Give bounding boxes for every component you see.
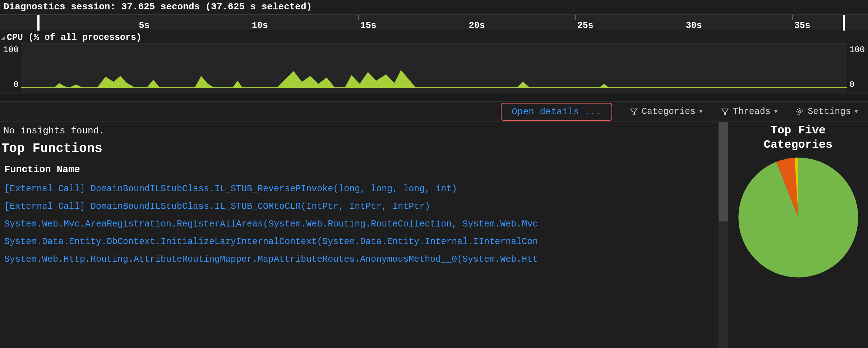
scrollbar-thumb[interactable] bbox=[719, 122, 728, 221]
timeline-tick: 5s bbox=[139, 20, 150, 31]
toolbar: Open details ... Categories ▼ Threads ▼ … bbox=[0, 102, 868, 122]
swimlane-divider bbox=[0, 93, 868, 102]
cpu-graph[interactable] bbox=[21, 44, 847, 93]
chevron-down-icon: ▼ bbox=[854, 109, 858, 115]
open-details-button[interactable]: Open details ... bbox=[501, 103, 612, 121]
timeline-tick: 15s bbox=[360, 20, 377, 31]
no-insights-message: No insights found. bbox=[1, 124, 728, 138]
timeline-tick: 30s bbox=[686, 20, 702, 31]
categories-label: Categories bbox=[642, 106, 696, 117]
cpu-axis-left: 100 0 bbox=[0, 43, 20, 93]
funnel-icon bbox=[721, 107, 729, 116]
threads-dropdown[interactable]: Threads ▼ bbox=[717, 105, 781, 118]
cpu-section-title[interactable]: ◢ CPU (% of all processors) bbox=[0, 30, 868, 43]
pie-title-line1: Top Five bbox=[771, 124, 826, 137]
pie-title-line2: Categories bbox=[763, 138, 832, 151]
range-start-marker[interactable] bbox=[37, 15, 40, 31]
axis-max: 100 bbox=[1, 45, 19, 55]
cpu-axis-right: 100 0 bbox=[848, 43, 868, 93]
categories-dropdown[interactable]: Categories ▼ bbox=[626, 105, 706, 118]
timeline-ruler[interactable]: 5s 10s 15s 20s 25s 30s 35s bbox=[0, 14, 868, 30]
cpu-title-text: CPU (% of all processors) bbox=[7, 32, 142, 43]
pie-svg bbox=[737, 156, 859, 279]
funnel-icon bbox=[629, 107, 638, 116]
settings-label: Settings bbox=[808, 106, 851, 117]
pie-chart-title: Top Five Categories bbox=[760, 123, 836, 156]
timeline-tick: 10s bbox=[252, 20, 268, 31]
axis-min: 0 bbox=[1, 80, 19, 90]
function-row[interactable]: System.Data.Entity.DbContext.InitializeL… bbox=[1, 233, 717, 251]
function-row[interactable]: System.Web.Mvc.AreaRegistration.Register… bbox=[1, 215, 717, 233]
function-row[interactable]: System.Web.Http.Routing.AttributeRouting… bbox=[1, 251, 717, 268]
cpu-spark-svg bbox=[21, 49, 847, 88]
timeline-tick: 35s bbox=[794, 20, 811, 31]
main-content: No insights found. Top Functions Functio… bbox=[0, 122, 868, 348]
top-five-categories-panel: Top Five Categories bbox=[728, 122, 868, 348]
cpu-baseline bbox=[21, 87, 847, 88]
axis-min-r: 0 bbox=[849, 80, 867, 90]
function-name-header[interactable]: Function Name bbox=[1, 161, 728, 180]
top-functions-title: Top Functions bbox=[1, 138, 728, 161]
session-header: Diagnostics session: 37.625 seconds (37.… bbox=[0, 0, 868, 14]
axis-max-r: 100 bbox=[849, 45, 867, 55]
function-list: [External Call] DomainBoundILStubClass.I… bbox=[1, 180, 728, 268]
function-row[interactable]: [External Call] DomainBoundILStubClass.I… bbox=[1, 180, 717, 198]
pie-chart[interactable] bbox=[737, 156, 859, 279]
timeline-tick: 25s bbox=[577, 20, 594, 31]
settings-dropdown[interactable]: Settings ▼ bbox=[792, 105, 862, 118]
chevron-down-icon: ▼ bbox=[774, 109, 778, 115]
gear-icon bbox=[795, 107, 804, 116]
function-row[interactable]: [External Call] DomainBoundILStubClass.I… bbox=[1, 198, 717, 215]
threads-label: Threads bbox=[733, 106, 771, 117]
cpu-graph-row: 100 0 100 0 bbox=[0, 43, 868, 93]
top-functions-pane: No insights found. Top Functions Functio… bbox=[0, 122, 728, 348]
range-end-marker[interactable] bbox=[843, 15, 845, 31]
timeline-tick: 20s bbox=[469, 20, 485, 31]
svg-point-0 bbox=[799, 110, 801, 113]
collapse-caret-icon: ◢ bbox=[1, 34, 5, 42]
chevron-down-icon: ▼ bbox=[699, 109, 703, 115]
